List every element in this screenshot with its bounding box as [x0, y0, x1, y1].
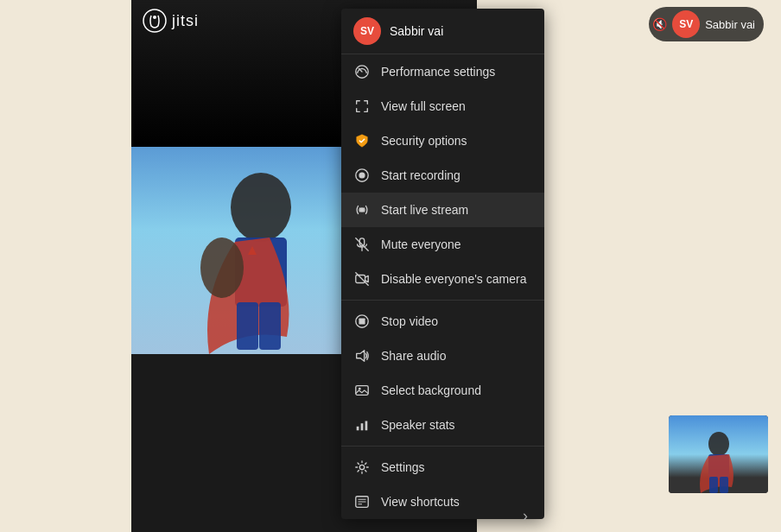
menu-item-label-security-options: Security options — [381, 134, 467, 148]
mic-off-icon: 🔇 — [652, 17, 667, 31]
shortcuts-icon — [353, 493, 371, 510]
dropdown-menu: SV Sabbir vai Performance settings View … — [341, 9, 544, 519]
fullscreen-icon — [353, 98, 371, 115]
menu-user-avatar: SV — [353, 17, 381, 45]
menu-item-share-audio[interactable]: Share audio — [341, 339, 544, 373]
image-icon — [353, 382, 371, 399]
menu-item-stop-video[interactable]: Stop video — [341, 304, 544, 339]
menu-item-speaker-stats[interactable]: Speaker stats — [341, 408, 544, 442]
gear-icon — [353, 459, 371, 476]
jitsi-logo-text: jitsi — [172, 12, 199, 30]
svg-rect-24 — [365, 421, 368, 431]
svg-point-30 — [708, 432, 729, 456]
superman-svg — [157, 155, 347, 354]
menu-item-label-select-background: Select background — [381, 383, 481, 397]
svg-point-0 — [231, 173, 291, 242]
svg-rect-20 — [356, 386, 368, 396]
svg-rect-18 — [359, 318, 365, 324]
menu-item-mute-everyone[interactable]: Mute everyone — [341, 227, 544, 262]
menu-divider-2 — [341, 446, 544, 446]
svg-marker-19 — [357, 351, 365, 362]
svg-point-25 — [359, 465, 364, 469]
menu-item-view-shortcuts[interactable]: View shortcuts — [341, 484, 544, 519]
bar-chart-icon — [353, 416, 371, 434]
jitsi-logo-icon — [143, 9, 167, 33]
menu-item-start-live-stream[interactable]: Start live stream — [341, 193, 544, 227]
record-icon — [353, 167, 371, 184]
svg-point-5 — [200, 238, 244, 298]
menu-user-row[interactable]: SV Sabbir vai — [341, 9, 544, 54]
menu-item-label-performance-settings: Performance settings — [381, 65, 495, 79]
live-icon — [353, 201, 371, 218]
menu-item-disable-camera[interactable]: Disable everyone's camera — [341, 262, 544, 296]
menu-item-label-start-recording: Start recording — [381, 168, 460, 182]
svg-rect-33 — [720, 477, 728, 493]
jitsi-logo: jitsi — [143, 9, 199, 33]
menu-item-label-share-audio: Share audio — [381, 349, 447, 363]
menu-item-label-settings: Settings — [381, 460, 425, 474]
svg-point-6 — [143, 10, 166, 32]
mic-off-menu-icon — [353, 236, 371, 253]
menu-item-security-options[interactable]: Security options — [341, 124, 544, 158]
menu-item-label-speaker-stats: Speaker stats — [381, 418, 455, 432]
thumbnail-superman-svg — [689, 428, 749, 493]
svg-rect-23 — [361, 423, 364, 430]
svg-rect-22 — [357, 427, 359, 431]
menu-item-label-mute-everyone: Mute everyone — [381, 238, 461, 251]
menu-item-performance-settings[interactable]: Performance settings — [341, 54, 544, 89]
menu-item-label-view-shortcuts: View shortcuts — [381, 495, 460, 509]
menu-divider-1 — [341, 300, 544, 301]
svg-point-7 — [153, 16, 156, 19]
svg-point-10 — [359, 172, 365, 178]
svg-point-21 — [359, 388, 361, 390]
menu-item-select-background[interactable]: Select background — [341, 373, 544, 408]
menu-item-label-stop-video: Stop video — [381, 314, 438, 328]
gauge-icon — [353, 63, 371, 80]
menu-user-name: Sabbir vai — [390, 24, 443, 38]
menu-item-label-view-full-screen: View full screen — [381, 99, 466, 113]
avatar-badge[interactable]: 🔇 SV Sabbir vai — [649, 7, 764, 41]
menu-item-label-disable-camera: Disable everyone's camera — [381, 272, 526, 286]
menu-item-label-start-live-stream: Start live stream — [381, 203, 468, 217]
stop-circle-icon — [353, 313, 371, 330]
speaker-icon — [353, 347, 371, 364]
menu-item-start-recording[interactable]: Start recording — [341, 158, 544, 193]
thumbnail-inner — [669, 415, 768, 493]
scroll-down-arrow[interactable]: › — [523, 507, 528, 525]
avatar-circle: SV — [672, 10, 700, 38]
svg-rect-3 — [237, 302, 258, 350]
menu-item-view-full-screen[interactable]: View full screen — [341, 89, 544, 124]
menu-item-settings[interactable]: Settings — [341, 450, 544, 484]
avatar-name: Sabbir vai — [705, 18, 755, 31]
svg-rect-32 — [709, 477, 718, 493]
svg-rect-4 — [259, 302, 281, 350]
shield-icon — [353, 132, 371, 149]
thumbnail-video — [669, 415, 768, 493]
cam-off-icon — [353, 270, 371, 288]
svg-rect-15 — [356, 276, 365, 283]
